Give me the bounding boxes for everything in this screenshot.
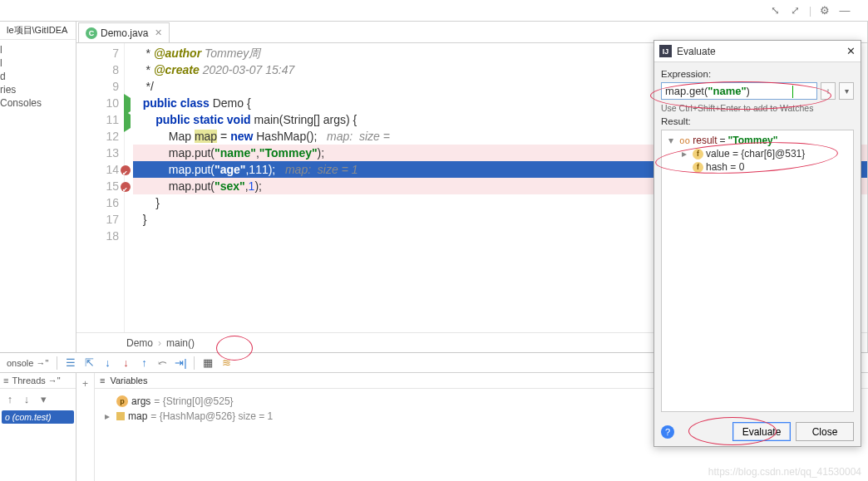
force-step-into-icon[interactable]: ↓ xyxy=(119,356,132,370)
gear-icon[interactable]: ⚙ xyxy=(818,4,831,17)
trace-icon[interactable]: ≋ xyxy=(219,356,233,370)
step-out-icon[interactable]: ↑ xyxy=(137,356,150,370)
evaluate-expression-icon[interactable]: ▦ xyxy=(201,356,215,370)
expression-expand-icon[interactable]: ↕ xyxy=(821,82,836,100)
add-watch-button[interactable]: + xyxy=(76,373,95,481)
hide-icon[interactable]: — xyxy=(838,4,851,17)
evaluate-dialog: IJ Evaluate ✕ Expression: map.get("name"… xyxy=(653,40,861,447)
expression-input[interactable]: map.get("name") xyxy=(661,82,817,100)
prev-frame-icon[interactable]: ↑ xyxy=(3,392,17,405)
top-toolbar: ⤡ ⤢ | ⚙ — xyxy=(0,0,868,22)
help-icon[interactable]: ? xyxy=(661,425,674,439)
console-tab[interactable]: onsole →" xyxy=(0,358,55,368)
result-label: Result: xyxy=(661,116,854,126)
step-over-icon[interactable]: ⇱ xyxy=(82,356,96,370)
expand-icon[interactable]: ⤢ xyxy=(789,4,802,17)
tree-item[interactable]: ries xyxy=(0,83,74,96)
tree-item[interactable]: d xyxy=(0,70,74,83)
project-tree[interactable]: l l d ries Consoles xyxy=(0,40,76,352)
close-dialog-icon[interactable]: ✕ xyxy=(846,45,856,57)
dialog-title: Evaluate xyxy=(677,46,841,57)
tab-label: Demo.java xyxy=(101,27,148,39)
result-root[interactable]: ▾oo result = "Tommey" xyxy=(665,134,850,147)
filter-frames-icon[interactable]: ▾ xyxy=(37,392,50,405)
evaluate-button[interactable]: Evaluate xyxy=(732,422,791,441)
step-into-icon[interactable]: ↓ xyxy=(101,356,114,370)
tree-item[interactable]: Consoles xyxy=(0,96,74,110)
layout-icon[interactable]: ☰ xyxy=(64,356,77,370)
collapse-icon[interactable]: ⤡ xyxy=(769,4,782,17)
close-tab-icon[interactable]: ✕ xyxy=(155,27,162,38)
path-bar: le项目\GitIDEA xyxy=(0,22,76,40)
breadcrumb-class[interactable]: Demo xyxy=(126,337,153,349)
tree-item[interactable]: l xyxy=(0,43,74,56)
next-frame-icon[interactable]: ↓ xyxy=(20,392,33,405)
run-to-cursor-icon[interactable]: ⇥| xyxy=(174,356,187,370)
expression-history-dropdown[interactable]: ▾ xyxy=(839,82,854,100)
project-sidebar: le项目\GitIDEA l l d ries Consoles xyxy=(0,22,76,352)
drop-frame-icon[interactable]: ⤺ xyxy=(155,356,169,370)
threads-header[interactable]: ≡Threads →" xyxy=(0,373,76,389)
tab-demo-java[interactable]: C Demo.java ✕ xyxy=(78,22,170,42)
stack-frame[interactable]: o (com.test) xyxy=(2,410,74,424)
expression-label: Expression: xyxy=(661,69,854,79)
intellij-icon: IJ xyxy=(659,45,672,57)
expression-hint: Use Ctrl+Shift+Enter to add to Watches xyxy=(661,103,854,113)
tree-item[interactable]: l xyxy=(0,56,74,70)
result-tree[interactable]: ▾oo result = "Tommey" ▸f value = {char[6… xyxy=(661,130,854,412)
breadcrumb-method[interactable]: main() xyxy=(166,337,195,349)
close-button[interactable]: Close xyxy=(796,422,854,441)
java-class-icon: C xyxy=(86,27,97,39)
